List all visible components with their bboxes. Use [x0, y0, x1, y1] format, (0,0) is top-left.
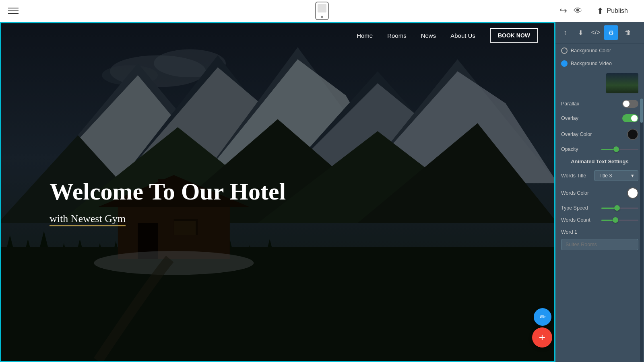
words-count-label: Words Count [561, 217, 598, 223]
word-1-input[interactable] [561, 239, 638, 250]
hero-content: Welcome To Our Hotel with Newest Gym [50, 178, 286, 225]
overlay-color-label: Overlay Color [561, 132, 624, 137]
opacity-row: Opacity [561, 146, 638, 152]
scrollbar-rail[interactable] [640, 99, 643, 362]
words-color-row: Words Color [561, 187, 638, 199]
code-tool-button[interactable]: </> [588, 25, 603, 40]
parallax-label: Parallax [561, 101, 619, 107]
type-speed-row: Type Speed [561, 205, 638, 211]
hero-nav: Home Rooms News About Us BOOK NOW [1, 23, 554, 47]
overlay-color-swatch[interactable] [627, 129, 638, 140]
opacity-slider[interactable] [601, 149, 638, 150]
hero-title: Welcome To Our Hotel [50, 178, 286, 205]
overlay-color-row: Overlay Color [561, 129, 638, 140]
bg-video-radio[interactable] [561, 60, 568, 67]
overlay-label: Overlay [561, 115, 619, 121]
toolbar-right: ↩ 👁 ⬆ Publish [560, 3, 636, 19]
book-now-button[interactable]: BOOK NOW [490, 28, 538, 43]
nav-about[interactable]: About Us [450, 32, 475, 39]
hero-subtitle: with Newest Gym [50, 213, 286, 225]
nav-links: Home Rooms News About Us BOOK NOW [357, 28, 538, 43]
words-title-dropdown[interactable]: Title 3 ▾ [594, 170, 638, 181]
hero-background: Home Rooms News About Us BOOK NOW Welcom… [1, 23, 554, 361]
words-color-swatch[interactable] [627, 187, 638, 199]
overlay-row: Overlay [561, 114, 638, 122]
overlay-toggle[interactable] [622, 114, 638, 122]
bg-video-label: Background Video [571, 61, 638, 66]
upload-icon: ⬆ [597, 6, 604, 16]
words-title-value: Title 3 [599, 173, 612, 179]
top-toolbar: ↩ 👁 ⬆ Publish [0, 0, 644, 22]
words-title-row: Words Title Title 3 ▾ [561, 170, 638, 181]
bg-color-label: Background Color [571, 48, 638, 53]
mobile-preview-icon[interactable] [315, 2, 329, 20]
download-tool-button[interactable]: ⬇ [573, 25, 588, 40]
parallax-toggle[interactable] [622, 100, 638, 108]
panel-toolbar: ↕ ⬇ </> ⚙ 🗑 [555, 22, 644, 43]
nav-news[interactable]: News [421, 32, 436, 39]
toolbar-left [8, 8, 19, 14]
reorder-tool-button[interactable]: ↕ [558, 25, 572, 40]
scrollbar-thumb[interactable] [640, 99, 643, 123]
words-color-label: Words Color [561, 190, 624, 196]
words-count-row: Words Count [561, 217, 638, 223]
parallax-row: Parallax [561, 100, 638, 108]
type-speed-label: Type Speed [561, 205, 598, 211]
bg-thumbnail-container [561, 73, 638, 93]
preview-icon[interactable]: 👁 [574, 6, 582, 16]
words-count-slider[interactable] [601, 220, 638, 221]
right-panel: ↕ ⬇ </> ⚙ 🗑 Background Color Background … [555, 22, 644, 362]
opacity-label: Opacity [561, 146, 598, 152]
fab-edit-button[interactable]: ✏ [534, 308, 551, 326]
bg-video-row: Background Video [561, 60, 638, 67]
subtitle-highlight: Newest Gym [71, 213, 126, 226]
fab-add-button[interactable]: + [532, 327, 552, 348]
words-title-label: Words Title [561, 173, 591, 179]
nav-rooms[interactable]: Rooms [387, 32, 407, 39]
delete-tool-button[interactable]: 🗑 [621, 25, 635, 40]
hamburger-menu[interactable] [8, 8, 19, 14]
dropdown-chevron-icon: ▾ [631, 173, 634, 179]
settings-tool-button[interactable]: ⚙ [604, 25, 618, 40]
toolbar-center [315, 2, 329, 20]
bg-thumbnail[interactable] [606, 73, 638, 93]
canvas-area: Home Rooms News About Us BOOK NOW Welcom… [0, 22, 555, 362]
publish-button[interactable]: ⬆ Publish [589, 3, 636, 19]
panel-content[interactable]: Background Color Background Video Parall… [555, 43, 644, 362]
type-speed-slider[interactable] [601, 208, 638, 209]
bg-color-row: Background Color [561, 47, 638, 54]
main-area: Home Rooms News About Us BOOK NOW Welcom… [0, 22, 644, 362]
animated-text-heading: Animated Text Settings [561, 158, 638, 165]
word-1-section: Word 1 [561, 229, 638, 250]
nav-home[interactable]: Home [357, 32, 373, 39]
subtitle-prefix: with [50, 213, 71, 226]
bg-color-radio[interactable] [561, 47, 568, 54]
word-1-label: Word 1 [561, 229, 638, 235]
publish-label: Publish [607, 7, 628, 14]
undo-icon[interactable]: ↩ [560, 6, 567, 16]
